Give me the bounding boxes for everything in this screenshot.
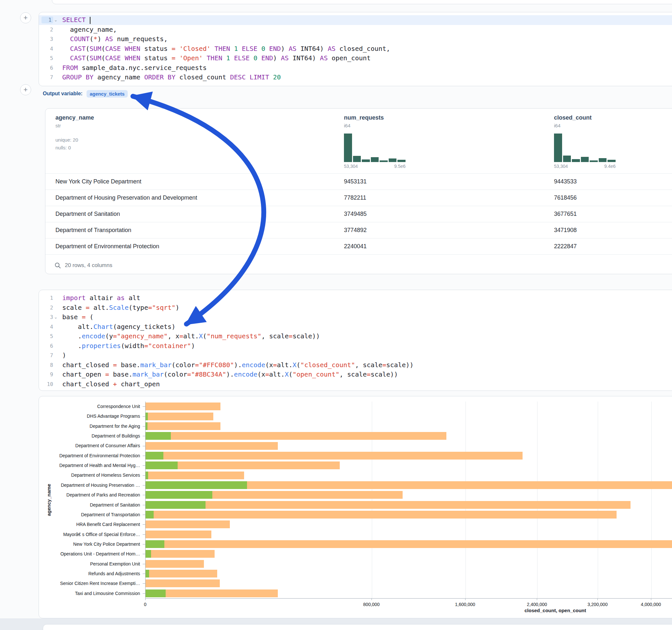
line-number-gutter: 4 [39, 324, 58, 330]
y-axis-tick [143, 534, 145, 535]
column-type: i64 [554, 123, 616, 128]
code-line[interactable]: 1import altair as alt [39, 293, 672, 303]
code-line[interactable]: 5 CAST(SUM(CASE WHEN status = 'Open' THE… [39, 53, 672, 63]
add-cell-button-middle[interactable]: + [20, 84, 31, 95]
histogram-range-labels: 53,3049.4e6 [554, 164, 616, 169]
line-number: 3 [45, 314, 53, 320]
y-axis-tick [143, 426, 145, 427]
histogram-range-labels: 53,3049.5e6 [344, 164, 406, 169]
code-line[interactable]: 6FROM sample_data.nyc.service_requests [39, 63, 672, 73]
line-number: 5 [45, 333, 53, 339]
y-axis-tick [143, 416, 145, 417]
histogram-bar [563, 155, 571, 162]
fold-chevron-icon[interactable]: ⌄ [53, 315, 58, 319]
column-header-closed_count: closed_counti6453,3049.4e6 [554, 114, 616, 169]
code-line[interactable]: 3⌄base = ( [39, 312, 672, 322]
bar-closed-count [146, 540, 672, 548]
code-line[interactable]: 10chart_closed + chart_open [39, 380, 672, 389]
code-line[interactable]: 2scale = alt.Scale(type="sqrt") [39, 303, 672, 313]
histogram-bar [581, 157, 589, 162]
code-line[interactable]: 1⌄SELECT [39, 15, 672, 25]
table-row: Department of Housing Preservation and D… [45, 190, 672, 206]
bar-closed-count [146, 520, 230, 528]
code-text: .properties(width="container") [58, 341, 195, 351]
y-axis-label: Operations Unit - Department of Hom… [39, 549, 140, 559]
code-line[interactable]: 7) [39, 350, 672, 360]
x-tick-label: 0 [144, 602, 146, 607]
bar-open-count [146, 461, 178, 469]
y-axis-tick [143, 495, 145, 495]
code-line[interactable]: 7GROUP BY agency_name ORDER BY closed_co… [39, 73, 672, 82]
code-text: COUNT(*) AS num_requests, [58, 34, 168, 44]
code-line[interactable]: 9chart_open = base.mark_bar(color="#8BC3… [39, 370, 672, 380]
line-number: 4 [45, 324, 53, 330]
python-cell: 1import altair as alt2scale = alt.Scale(… [39, 290, 672, 391]
y-axis-tick [143, 406, 145, 407]
bar-open-count [146, 491, 212, 499]
table-cell: 3677651 [554, 206, 577, 222]
sql-editor[interactable]: 1⌄SELECT 2 agency_name,3 COUNT(*) AS num… [39, 15, 672, 82]
code-text: chart_closed = base.mark_bar(color="#FFC… [58, 360, 414, 370]
histogram-min-label: 53,304 [344, 164, 358, 169]
line-number-gutter: 3⌄ [39, 314, 58, 320]
line-number-gutter: 3 [39, 36, 58, 42]
bar-closed-count [146, 471, 244, 479]
histogram-bar [344, 134, 352, 162]
table-cell: 9453131 [344, 174, 367, 190]
dataframe-output: agency_namestrunique: 20nulls: 0num_requ… [45, 108, 672, 274]
gridline [598, 402, 598, 598]
table-rows: New York City Police Department945313194… [45, 173, 672, 255]
output-variable-label: Output variable: [43, 91, 83, 97]
line-number-gutter: 5 [39, 333, 58, 339]
y-axis-label: Mayorâ€ s Office of Special Enforce… [39, 530, 140, 539]
table-cell: 2222847 [554, 239, 577, 255]
python-editor[interactable]: 1import altair as alt2scale = alt.Scale(… [39, 293, 672, 389]
histogram-bar [599, 158, 607, 162]
output-variable-chip[interactable]: agency_tickets [87, 90, 128, 98]
line-number: 6 [45, 343, 53, 349]
code-line[interactable]: 8chart_closed = base.mark_bar(color="#FF… [39, 360, 672, 370]
histogram-bar [380, 161, 388, 162]
y-axis-label: HRA Benefit Card Replacement [39, 519, 140, 529]
code-text: GROUP BY agency_name ORDER BY closed_cou… [58, 73, 281, 82]
line-number-gutter: 9 [39, 371, 58, 378]
fold-chevron-icon[interactable]: ⌄ [53, 18, 58, 22]
bar-open-count [146, 540, 164, 548]
histogram-bar [371, 157, 379, 162]
histogram-bar [389, 159, 397, 162]
y-axis-label: Department of Consumer Affairs [39, 441, 140, 451]
table-cell: Department of Housing Preservation and D… [55, 190, 197, 206]
code-line[interactable]: 5 .encode(y="agency_name", x=alt.X("num_… [39, 332, 672, 341]
bar-closed-count [146, 550, 215, 558]
y-axis-tick [143, 436, 145, 436]
histogram-max-label: 9.4e6 [604, 164, 616, 169]
table-row: Department of Environmental Protection22… [45, 238, 672, 255]
x-tick-label: 4,000,000 [641, 602, 661, 607]
code-line[interactable]: 3 COUNT(*) AS num_requests, [39, 34, 672, 44]
add-cell-button-top[interactable]: + [20, 12, 31, 23]
bar-closed-count [146, 579, 220, 587]
bar-closed-count [146, 403, 220, 410]
y-axis-labels: Correspondence UnitDHS Advantage Program… [39, 402, 145, 598]
bar-open-count [146, 501, 206, 509]
histogram-bar [590, 161, 598, 162]
bar-closed-count [146, 531, 211, 538]
bar-open-count [146, 422, 147, 430]
search-icon[interactable] [54, 262, 61, 269]
code-line[interactable]: 2 agency_name, [39, 25, 672, 35]
y-axis-label: Department for the Aging [39, 421, 140, 431]
line-number: 2 [45, 27, 53, 33]
table-cell: New York City Police Department [55, 174, 141, 190]
line-number-gutter: 7 [39, 74, 58, 80]
code-line[interactable]: 6 .properties(width="container") [39, 341, 672, 351]
column-name: closed_count [554, 114, 616, 121]
column-histogram [344, 134, 406, 162]
column-meta: unique: 20 [55, 136, 94, 144]
table-cell: Department of Environmental Protection [55, 239, 159, 255]
y-axis-label: Department of Transportation [39, 510, 140, 519]
histogram-bar [362, 160, 370, 162]
code-line[interactable]: 4 alt.Chart(agency_tickets) [39, 322, 672, 332]
code-line[interactable]: 4 CAST(SUM(CASE WHEN status = 'Closed' T… [39, 44, 672, 54]
y-axis-tick [143, 465, 145, 466]
y-axis-label: Correspondence Unit [39, 402, 140, 411]
